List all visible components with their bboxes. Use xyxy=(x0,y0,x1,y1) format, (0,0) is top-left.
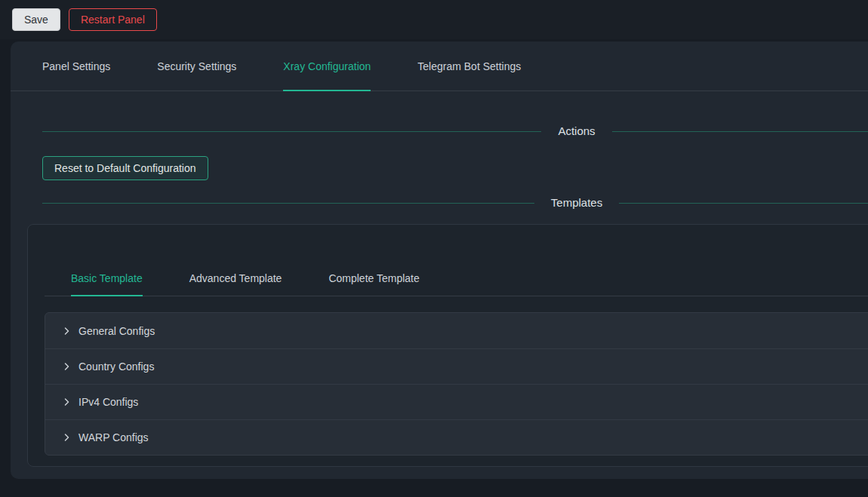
template-tabs: Basic Template Advanced Template Complet… xyxy=(45,261,868,296)
settings-tabs: Panel Settings Security Settings Xray Co… xyxy=(11,41,868,91)
accordion-label: Country Configs xyxy=(78,360,154,373)
settings-card: Panel Settings Security Settings Xray Co… xyxy=(11,41,868,479)
tab-content: Actions Reset to Default Configuration T… xyxy=(11,123,868,211)
save-button[interactable]: Save xyxy=(12,8,60,31)
chevron-right-icon xyxy=(62,397,71,406)
restart-panel-button[interactable]: Restart Panel xyxy=(69,8,157,31)
divider-line xyxy=(612,131,868,132)
app-screen: Save Restart Panel Panel Settings Securi… xyxy=(0,0,868,497)
templates-panel: Basic Template Advanced Template Complet… xyxy=(27,224,868,467)
tab-xray-configuration[interactable]: Xray Configuration xyxy=(283,41,371,91)
chevron-right-icon xyxy=(62,327,71,336)
tab-advanced-template[interactable]: Advanced Template xyxy=(189,261,282,296)
templates-divider-label: Templates xyxy=(551,195,602,211)
accordion-general-configs[interactable]: General Configs xyxy=(45,313,868,348)
reset-default-configuration-button[interactable]: Reset to Default Configuration xyxy=(42,156,208,180)
chevron-right-icon xyxy=(62,362,71,371)
config-accordion: General Configs Country Configs IPv4 Con… xyxy=(45,312,868,456)
top-toolbar: Save Restart Panel xyxy=(0,0,868,39)
tab-complete-template[interactable]: Complete Template xyxy=(328,261,419,296)
actions-divider-label: Actions xyxy=(558,123,595,140)
accordion-label: IPv4 Configs xyxy=(78,396,138,408)
divider-line xyxy=(42,131,541,132)
accordion-ipv4-configs[interactable]: IPv4 Configs xyxy=(45,384,868,419)
accordion-country-configs[interactable]: Country Configs xyxy=(45,348,868,384)
tab-basic-template[interactable]: Basic Template xyxy=(71,261,143,296)
actions-divider: Actions xyxy=(42,123,868,140)
divider-line xyxy=(619,203,868,204)
tab-telegram-bot-settings[interactable]: Telegram Bot Settings xyxy=(417,41,521,91)
tab-security-settings[interactable]: Security Settings xyxy=(157,41,236,91)
templates-divider: Templates xyxy=(42,195,868,211)
divider-line xyxy=(42,203,534,204)
tab-panel-settings[interactable]: Panel Settings xyxy=(42,41,110,91)
accordion-warp-configs[interactable]: WARP Configs xyxy=(45,419,868,455)
accordion-label: WARP Configs xyxy=(78,431,149,443)
accordion-label: General Configs xyxy=(78,325,155,337)
chevron-right-icon xyxy=(62,433,71,442)
